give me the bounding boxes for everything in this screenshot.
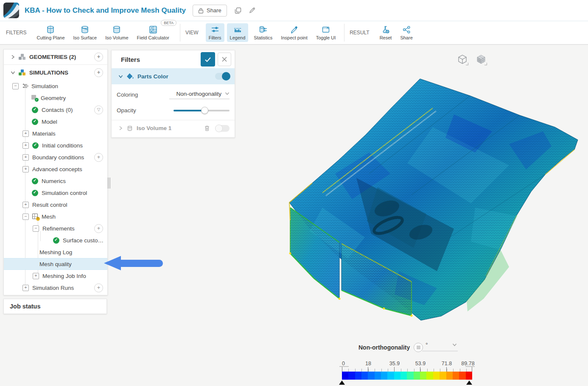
iso-volume-toggle[interactable] [215, 125, 230, 132]
sidebar-item-contacts[interactable]: Contacts (0) ▽ [4, 104, 107, 116]
sidebar-item-mesh[interactable]: Mesh [4, 211, 107, 222]
copy-icon [235, 7, 241, 14]
sidebar-item-boundary-conditions[interactable]: Boundary conditions + [4, 151, 107, 163]
toolbar-legend-button[interactable]: Legend [227, 23, 249, 42]
field-calculator-icon [148, 25, 158, 34]
legend-unit-value: ° [426, 342, 428, 348]
render-mode-button[interactable] [474, 52, 488, 67]
toolbar-reset-button[interactable]: Reset [377, 23, 395, 42]
tree-item-label: Numerics [42, 178, 66, 184]
legend-min-marker[interactable] [339, 380, 345, 385]
toolbar-group-view-label: VIEW [185, 30, 199, 36]
add-simulation-run-button[interactable]: + [94, 283, 103, 292]
wireframe-cube-icon [457, 54, 468, 65]
legend-max-marker[interactable] [466, 380, 472, 385]
mesh-icon [32, 214, 39, 220]
lock-icon [198, 8, 204, 14]
job-status-panel[interactable]: Job status [3, 299, 107, 314]
sidebar-item-geometry[interactable]: Geometry [4, 92, 107, 104]
add-refinement-button[interactable]: + [94, 224, 103, 233]
close-filters-button[interactable] [218, 53, 231, 66]
panel-resize-handle[interactable] [108, 178, 110, 189]
expand-plus-icon[interactable] [22, 285, 29, 291]
legend-colorbar [342, 372, 472, 380]
add-simulation-button[interactable]: + [94, 68, 103, 77]
sidebar-item-surface-custom[interactable]: Surface custom ... [4, 234, 107, 246]
add-geometry-button[interactable]: + [94, 53, 103, 61]
cutting-plane-icon [46, 25, 55, 34]
share-nodes-icon [402, 25, 411, 34]
geometry-check-icon [31, 94, 38, 101]
legend-ticks [342, 367, 472, 372]
check-circle-icon [32, 178, 38, 184]
sidebar-item-simulation-runs[interactable]: Simulation Runs + [4, 282, 107, 294]
sidebar-item-simulation[interactable]: Simulation [4, 80, 107, 92]
toolbar-filters-button[interactable]: Filters [206, 23, 224, 42]
simulation-icon [22, 83, 29, 89]
toolbar-statistics-button[interactable]: Statistics [251, 23, 275, 42]
reset-flask-icon [381, 25, 390, 34]
parts-color-row[interactable]: Parts Color [112, 68, 235, 84]
toolbar-cutting-plane-button[interactable]: Cutting Plane [34, 23, 67, 42]
expand-plus-icon[interactable] [22, 202, 29, 208]
sidebar-item-advanced-concepts[interactable]: Advanced concepts [4, 163, 107, 175]
expand-plus-icon[interactable] [22, 166, 29, 172]
sidebar-item-refinements[interactable]: Refinements + [4, 222, 107, 234]
contacts-filter-button[interactable]: ▽ [94, 106, 103, 114]
share-project-button[interactable]: Share [193, 5, 227, 17]
app-logo[interactable] [3, 3, 19, 18]
sidebar-item-simulations[interactable]: SIMULATIONS + [4, 65, 107, 80]
sidebar-item-simulation-control[interactable]: Simulation control [4, 187, 107, 199]
copy-project-button[interactable] [235, 7, 241, 14]
toolbar-button-label: Field Calculator [137, 35, 169, 40]
legend-menu-button[interactable] [414, 343, 423, 352]
toolbar-button-label: Filters [209, 35, 221, 40]
toolbar-inspect-point-button[interactable]: Inspect point [278, 23, 310, 42]
sidebar-item-model[interactable]: Model [4, 116, 107, 128]
toolbar-toggle-ui-button[interactable]: Toggle UI [313, 23, 339, 42]
collapse-minus-icon[interactable] [12, 83, 19, 89]
tree-item-label: Boundary conditions [32, 154, 84, 161]
sidebar-item-meshing-log[interactable]: Meshing Log [4, 246, 107, 258]
sidebar-item-numerics[interactable]: Numerics [4, 175, 107, 187]
tree-item-label: Initial conditions [42, 142, 83, 149]
toolbar-field-calculator-button[interactable]: BETA Field Calculator [134, 23, 172, 42]
legend-unit-select[interactable]: ° [422, 342, 458, 351]
tree-item-label: Contacts (0) [42, 107, 73, 113]
collapse-minus-icon[interactable] [33, 225, 39, 232]
sidebar-item-meshing-job-info[interactable]: Meshing Job Info [4, 270, 107, 282]
trash-icon[interactable] [204, 125, 210, 131]
view-orientation-cube-button[interactable] [455, 52, 470, 67]
toolbar-iso-volume-button[interactable]: Iso Volume [102, 23, 131, 42]
mesh-model[interactable] [272, 68, 585, 330]
toolbar-divider [180, 24, 180, 42]
toolbar-iso-surface-button[interactable]: Iso Surface [70, 23, 100, 42]
sidebar-item-initial-conditions[interactable]: Initial conditions [4, 139, 107, 151]
parts-color-toggle[interactable] [215, 73, 230, 80]
apply-filters-button[interactable] [201, 52, 215, 67]
sidebar-item-materials[interactable]: Materials [4, 128, 107, 139]
sidebar-item-geometries[interactable]: GEOMETRIES (2) + [4, 50, 107, 65]
collapse-minus-icon[interactable] [22, 214, 29, 220]
edit-title-button[interactable] [249, 7, 255, 14]
expand-plus-icon[interactable] [22, 142, 29, 149]
check-circle-icon [32, 119, 38, 125]
expand-plus-icon[interactable] [22, 131, 29, 137]
tree-item-label: Refinements [42, 225, 75, 232]
opacity-slider[interactable] [174, 107, 230, 114]
iso-volume-icon [126, 125, 133, 132]
expand-plus-icon[interactable] [22, 154, 29, 161]
toolbar-divider [344, 24, 344, 42]
sidebar-item-result-control[interactable]: Result control [4, 199, 107, 211]
sidebar-item-mesh-quality[interactable]: Mesh quality [4, 258, 107, 270]
opacity-slider-knob[interactable] [201, 107, 208, 114]
add-boundary-condition-button[interactable]: + [94, 153, 103, 162]
coloring-select[interactable]: Non-orthogonality [169, 91, 230, 99]
beta-badge: BETA [161, 20, 176, 26]
iso-volume-label: Iso Volume 1 [137, 125, 171, 131]
toolbar-share-button[interactable]: Share [397, 23, 415, 42]
simulations-icon [19, 69, 26, 76]
expand-plus-icon[interactable] [33, 273, 39, 279]
iso-volume-row[interactable]: Iso Volume 1 [112, 120, 235, 136]
check-circle-icon [32, 107, 38, 113]
